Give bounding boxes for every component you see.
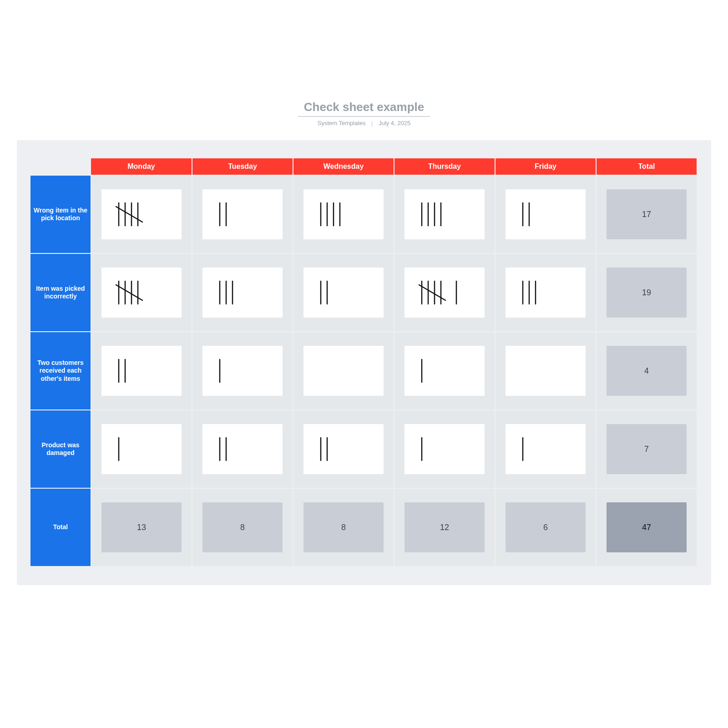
meta-separator — [372, 121, 372, 126]
row-total-cell: 4 — [596, 332, 697, 410]
check-sheet: Monday Tuesday Wednesday Thursday Friday… — [17, 140, 711, 585]
svg-line-21 — [116, 285, 142, 300]
tally-card — [404, 346, 485, 396]
tally-card — [404, 268, 485, 318]
col-header: Monday — [91, 158, 192, 175]
tally-cell — [91, 410, 192, 488]
tally-card — [202, 268, 283, 318]
tally-cell — [495, 175, 596, 253]
table-row: Two customers received each other's item… — [30, 332, 697, 410]
tally-cell — [192, 253, 293, 332]
tally-cell — [394, 175, 495, 253]
tally-card — [101, 268, 182, 318]
row-header: Item was picked incorrectly — [30, 253, 91, 332]
col-header: Friday — [495, 158, 596, 175]
col-total-cell: 12 — [394, 488, 495, 566]
tally-table: Monday Tuesday Wednesday Thursday Friday… — [30, 158, 698, 567]
tally-card — [101, 189, 182, 239]
grand-total-cell: 47 — [596, 488, 697, 566]
tally-cell — [192, 410, 293, 488]
tally-card — [404, 189, 485, 239]
col-header: Tuesday — [192, 158, 293, 175]
row-total-value: 4 — [607, 346, 687, 396]
tally-card — [303, 346, 384, 396]
tally-card — [506, 268, 586, 318]
table-row: Item was picked incorrectly19 — [30, 253, 697, 332]
tally-cell — [495, 253, 596, 332]
tally-cell — [293, 253, 394, 332]
tally-cell — [91, 332, 192, 410]
col-total-value: 6 — [506, 502, 586, 552]
tally-cell — [192, 175, 293, 253]
col-total-value: 12 — [404, 502, 485, 552]
title-underline — [298, 116, 430, 117]
row-header: Wrong item in the pick location — [30, 175, 91, 253]
tally-card — [303, 268, 384, 318]
tally-card — [202, 424, 283, 474]
col-header: Thursday — [394, 158, 495, 175]
row-total-value: 7 — [607, 424, 687, 474]
col-header-total: Total — [596, 158, 697, 175]
tally-card — [202, 189, 283, 239]
corner-cell — [30, 158, 91, 175]
tally-cell — [192, 332, 293, 410]
title-block: Check sheet example System Templates Jul… — [298, 100, 430, 126]
tally-card — [101, 346, 182, 396]
date-label: July 4, 2025 — [379, 120, 410, 126]
tally-card — [202, 346, 283, 396]
tally-cell — [495, 410, 596, 488]
tally-cell — [495, 332, 596, 410]
tally-cell — [293, 332, 394, 410]
tally-card — [303, 189, 384, 239]
tally-card — [303, 424, 384, 474]
tally-cell — [91, 253, 192, 332]
row-total-value: 19 — [607, 268, 687, 318]
col-total-value: 8 — [303, 502, 384, 552]
col-total-cell: 6 — [495, 488, 596, 566]
row-total-value: 17 — [607, 189, 687, 239]
col-total-cell: 8 — [192, 488, 293, 566]
grand-total-value: 47 — [607, 502, 687, 552]
tally-cell — [394, 410, 495, 488]
tally-cell — [293, 410, 394, 488]
table-row: Product was damaged7 — [30, 410, 697, 488]
tally-card — [506, 189, 586, 239]
row-total-cell: 19 — [596, 253, 697, 332]
tally-card — [101, 424, 182, 474]
tally-card — [506, 346, 586, 396]
row-header: Product was damaged — [30, 410, 91, 488]
author-label: System Templates — [318, 120, 366, 126]
tally-cell — [91, 175, 192, 253]
svg-line-31 — [419, 285, 445, 300]
tally-cell — [394, 332, 495, 410]
row-total-cell: 7 — [596, 410, 697, 488]
tally-card — [506, 424, 586, 474]
col-header: Wednesday — [293, 158, 394, 175]
row-total-cell: 17 — [596, 175, 697, 253]
meta-line: System Templates July 4, 2025 — [298, 120, 430, 126]
col-total-value: 8 — [202, 502, 283, 552]
page-title: Check sheet example — [298, 100, 430, 114]
table-row: Wrong item in the pick location17 — [30, 175, 697, 253]
row-header: Two customers received each other's item… — [30, 332, 91, 410]
tally-cell — [394, 253, 495, 332]
row-header-total: Total — [30, 488, 91, 566]
totals-row: Total138812647 — [30, 488, 697, 566]
page: Check sheet example System Templates Jul… — [0, 0, 728, 728]
svg-line-4 — [116, 207, 142, 222]
col-total-cell: 8 — [293, 488, 394, 566]
col-total-value: 13 — [101, 502, 182, 552]
tally-cell — [293, 175, 394, 253]
tally-card — [404, 424, 485, 474]
col-total-cell: 13 — [91, 488, 192, 566]
